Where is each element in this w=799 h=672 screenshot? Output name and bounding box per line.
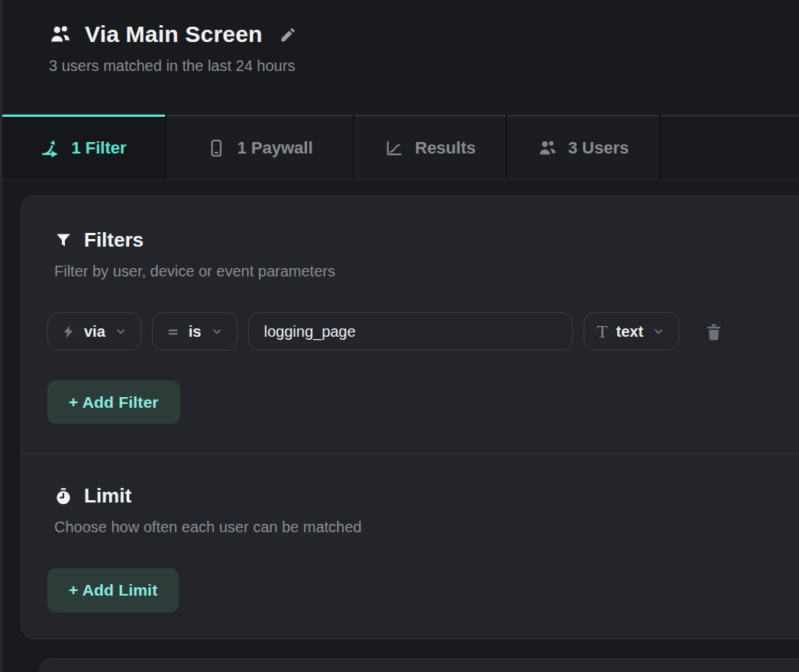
chevron-down-icon	[652, 325, 665, 338]
add-filter-button[interactable]: + Add Filter	[47, 380, 180, 424]
stopwatch-icon	[54, 487, 73, 506]
match-summary: 3 users matched in the last 24 hours	[49, 57, 799, 75]
add-limit-button[interactable]: + Add Limit	[47, 568, 179, 612]
tab-label: 3 Users	[568, 138, 629, 158]
tab-bar-filler	[661, 115, 799, 179]
lightning-icon	[61, 325, 76, 339]
header: Via Main Screen 3 users matched in the l…	[2, 0, 799, 115]
funnel-icon	[54, 231, 73, 250]
delete-filter-button[interactable]	[704, 322, 723, 341]
pencil-icon	[279, 26, 296, 44]
split-arrows-icon	[40, 138, 60, 158]
tab-users[interactable]: 3 Users	[507, 115, 659, 179]
trash-icon	[704, 322, 723, 341]
type-dropdown[interactable]: T text	[584, 312, 680, 351]
section-title: Limit	[84, 484, 131, 508]
section-subtitle: Filter by user, device or event paramete…	[54, 263, 799, 280]
tab-filter[interactable]: 1 Filter	[2, 115, 165, 179]
chart-icon	[384, 138, 404, 158]
page-title: Via Main Screen	[85, 21, 263, 47]
type-label: text	[616, 323, 644, 341]
section-subtitle: Choose how often each user can be matche…	[54, 519, 799, 536]
section-title: Filters	[84, 228, 144, 252]
equals-icon	[166, 325, 180, 339]
next-card-top	[39, 658, 799, 672]
tab-bar: 1 Filter 1 Paywall Results	[2, 115, 799, 180]
tab-label: 1 Paywall	[237, 138, 312, 158]
field-dropdown[interactable]: via	[47, 312, 141, 351]
field-label: via	[84, 323, 105, 341]
filter-value-input[interactable]	[248, 312, 573, 351]
users-icon	[49, 23, 72, 46]
text-type-icon: T	[597, 323, 608, 341]
edit-title-button[interactable]	[279, 26, 296, 44]
tab-label: 1 Filter	[71, 138, 126, 158]
operator-dropdown[interactable]: is	[152, 312, 238, 351]
rule-card: Filters Filter by user, device or event …	[21, 195, 799, 639]
users-icon	[538, 138, 558, 158]
tab-label: Results	[415, 138, 475, 158]
operator-label: is	[189, 323, 202, 341]
filters-section: Filters Filter by user, device or event …	[21, 196, 799, 453]
phone-icon	[206, 138, 226, 158]
tab-paywall[interactable]: 1 Paywall	[167, 115, 353, 179]
chevron-down-icon	[210, 325, 224, 338]
chevron-down-icon	[114, 325, 128, 338]
filter-row: via is	[47, 312, 799, 351]
main-content: Filters Filter by user, device or event …	[2, 180, 799, 672]
tab-results[interactable]: Results	[354, 115, 506, 179]
limit-section: Limit Choose how often each user can be …	[21, 454, 799, 638]
audience-panel: Via Main Screen 3 users matched in the l…	[0, 0, 799, 672]
